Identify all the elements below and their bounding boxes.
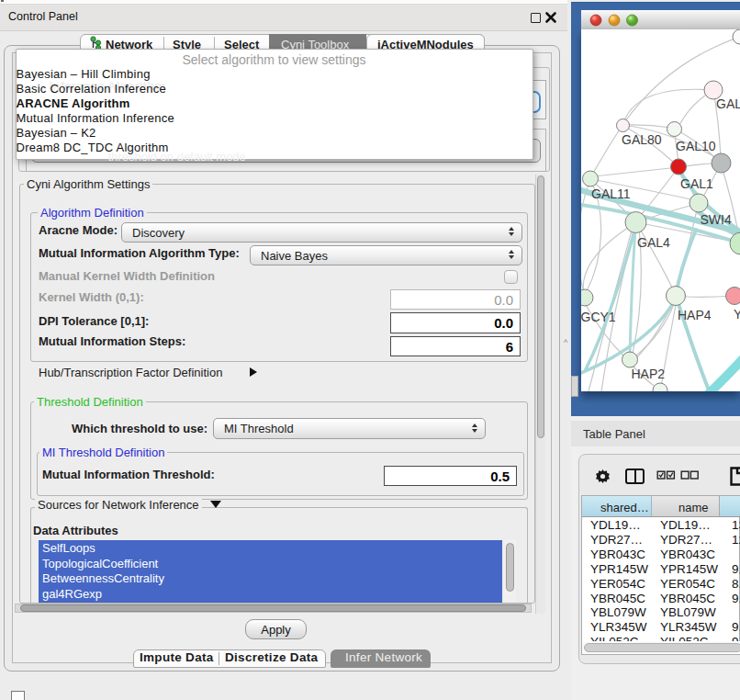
svg-text:YM: YM: [734, 307, 740, 322]
svg-text:GCY1: GCY1: [581, 310, 616, 324]
svg-text:SWI4: SWI4: [701, 212, 732, 227]
svg-text:GAL10: GAL10: [676, 139, 716, 153]
svg-text:GAL80: GAL80: [622, 132, 662, 147]
svg-text:GAL4: GAL4: [637, 235, 670, 250]
svg-text:GAL11: GAL11: [591, 186, 631, 201]
svg-text:HAP4: HAP4: [678, 308, 712, 322]
svg-text:HAP2: HAP2: [632, 367, 666, 381]
svg-text:GAL1: GAL1: [680, 176, 713, 191]
svg-text:GAL7: GAL7: [716, 96, 740, 111]
